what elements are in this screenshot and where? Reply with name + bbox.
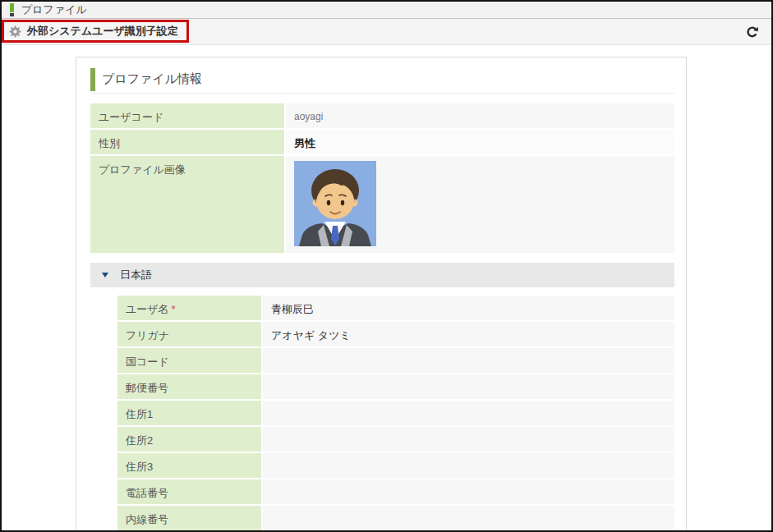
screen-title: 外部システムユーザ識別子設定 [27,24,178,39]
table-row: フリガナ アオヤギ タツミ [117,322,674,346]
field-value [263,453,674,478]
annotation-highlight-box: 外部システムユーザ識別子設定 [2,20,189,43]
table-row: プロファイル画像 [90,156,674,253]
table-row: 電話番号 [117,479,674,504]
accent-bar [90,68,95,91]
field-label-cell: 国コード [117,348,261,373]
locale-table: ユーザ名* 青柳辰巳 フリガナ アオヤギ タツミ 国コード [117,296,674,530]
field-label: 国コード [126,355,169,368]
field-label: 郵便番号 [126,382,168,394]
field-value [263,374,674,399]
table-row: 国コード [117,348,674,373]
field-value [286,156,674,253]
screenshot-frame: プロファイル 外部システムユーザ識別子設定 [0,0,773,532]
locale-section-toggle[interactable]: 日本語 [90,263,674,287]
page-content: プロファイル情報 ユーザコード aoyagi 性別 男性 [2,45,771,532]
profile-card: プロファイル情報 ユーザコード aoyagi 性別 男性 [76,57,687,532]
triangle-down-icon [102,273,108,277]
field-label-cell: ユーザ名* [117,296,261,320]
profile-table: ユーザコード aoyagi 性別 男性 プロファイル画像 [90,103,674,253]
field-value [263,427,674,452]
table-row: ユーザ名* 青柳辰巳 [117,296,674,320]
toolbar: 外部システムユーザ識別子設定 [2,19,771,45]
field-label: 住所2 [126,434,153,447]
table-row: 郵便番号 [117,374,674,399]
field-label: 性別 [99,137,120,149]
field-label-cell: 住所2 [117,427,261,452]
exclamation-bar-icon [10,3,14,16]
field-label: プロファイル画像 [99,163,186,176]
field-label: ユーザ名 [126,303,169,315]
table-row: ユーザコード aoyagi [90,103,674,128]
field-label: ユーザコード [99,111,163,123]
field-label: 電話番号 [126,487,168,499]
field-label: 住所1 [126,408,153,420]
field-value: aoyagi [286,103,674,128]
table-row: 住所1 [117,401,674,425]
section-header: プロファイル情報 [90,71,674,94]
field-label-cell: 住所1 [117,401,261,425]
table-row: 性別 男性 [90,130,674,154]
section-title: プロファイル情報 [102,71,202,87]
profile-image [294,161,376,246]
table-row: 住所2 [117,427,674,452]
field-value [263,348,674,373]
field-value [263,506,674,530]
field-label-cell: 電話番号 [117,479,261,504]
field-value: アオヤギ タツミ [263,322,674,346]
field-value [263,479,674,504]
field-label: 内線番号 [126,513,168,525]
gear-icon [9,25,21,38]
field-value: 男性 [286,130,674,154]
field-label-cell: 住所3 [117,453,261,478]
breadcrumb-bar: プロファイル [2,2,771,19]
field-label-cell: 郵便番号 [117,374,261,399]
field-label-cell: プロファイル画像 [90,156,284,253]
field-label: フリガナ [126,329,169,342]
table-row: 内線番号 [117,506,674,530]
field-label-cell: ユーザコード [90,103,284,128]
field-label-cell: フリガナ [117,322,261,346]
field-label-cell: 内線番号 [117,506,261,530]
refresh-icon[interactable] [746,25,758,39]
field-label-cell: 性別 [90,130,284,154]
field-label: 住所3 [126,461,153,473]
field-value: 青柳辰巳 [263,296,674,320]
locale-section-title: 日本語 [120,268,152,282]
field-value [263,401,674,425]
page-title: プロファイル [21,2,87,17]
table-row: 住所3 [117,453,674,478]
required-mark: * [172,303,176,315]
